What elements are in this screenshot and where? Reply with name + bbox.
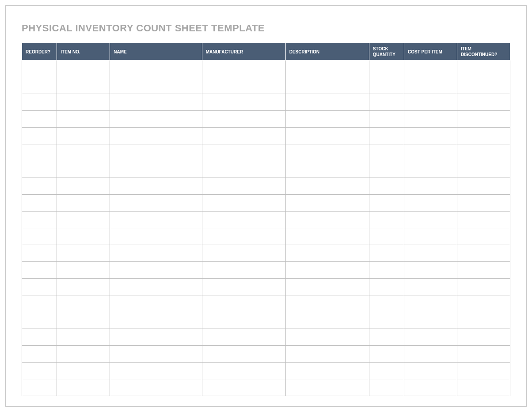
table-cell[interactable] <box>369 363 404 379</box>
table-cell[interactable] <box>57 262 110 279</box>
table-cell[interactable] <box>285 295 369 312</box>
table-cell[interactable] <box>110 228 202 245</box>
table-cell[interactable] <box>110 195 202 212</box>
table-cell[interactable] <box>22 128 57 144</box>
table-cell[interactable] <box>110 346 202 363</box>
table-cell[interactable] <box>369 262 404 279</box>
table-cell[interactable] <box>110 60 202 77</box>
table-cell[interactable] <box>57 312 110 329</box>
table-cell[interactable] <box>404 94 457 111</box>
table-cell[interactable] <box>110 295 202 312</box>
table-cell[interactable] <box>22 346 57 363</box>
table-cell[interactable] <box>110 312 202 329</box>
table-cell[interactable] <box>57 329 110 346</box>
table-cell[interactable] <box>285 228 369 245</box>
table-cell[interactable] <box>202 60 285 77</box>
table-cell[interactable] <box>457 363 510 379</box>
table-cell[interactable] <box>22 379 57 396</box>
table-cell[interactable] <box>285 379 369 396</box>
table-cell[interactable] <box>285 363 369 379</box>
table-cell[interactable] <box>457 312 510 329</box>
table-cell[interactable] <box>110 94 202 111</box>
table-cell[interactable] <box>285 346 369 363</box>
table-cell[interactable] <box>404 77 457 94</box>
table-cell[interactable] <box>202 111 285 128</box>
table-cell[interactable] <box>22 262 57 279</box>
table-cell[interactable] <box>285 262 369 279</box>
table-cell[interactable] <box>285 60 369 77</box>
table-cell[interactable] <box>369 312 404 329</box>
table-cell[interactable] <box>202 312 285 329</box>
table-cell[interactable] <box>369 228 404 245</box>
table-cell[interactable] <box>285 212 369 228</box>
table-cell[interactable] <box>22 212 57 228</box>
table-cell[interactable] <box>404 178 457 195</box>
table-cell[interactable] <box>369 60 404 77</box>
table-cell[interactable] <box>457 329 510 346</box>
table-cell[interactable] <box>22 329 57 346</box>
table-cell[interactable] <box>57 379 110 396</box>
table-cell[interactable] <box>457 245 510 262</box>
table-cell[interactable] <box>110 144 202 161</box>
table-cell[interactable] <box>202 379 285 396</box>
table-cell[interactable] <box>202 77 285 94</box>
table-cell[interactable] <box>202 228 285 245</box>
table-cell[interactable] <box>110 363 202 379</box>
table-cell[interactable] <box>202 178 285 195</box>
table-cell[interactable] <box>369 295 404 312</box>
table-cell[interactable] <box>57 178 110 195</box>
table-cell[interactable] <box>457 60 510 77</box>
table-cell[interactable] <box>369 144 404 161</box>
table-cell[interactable] <box>369 245 404 262</box>
table-cell[interactable] <box>110 379 202 396</box>
table-cell[interactable] <box>457 228 510 245</box>
table-cell[interactable] <box>22 77 57 94</box>
table-cell[interactable] <box>369 128 404 144</box>
table-cell[interactable] <box>22 111 57 128</box>
table-cell[interactable] <box>369 178 404 195</box>
table-cell[interactable] <box>285 144 369 161</box>
table-cell[interactable] <box>110 77 202 94</box>
table-cell[interactable] <box>457 295 510 312</box>
table-cell[interactable] <box>285 128 369 144</box>
table-cell[interactable] <box>369 195 404 212</box>
table-cell[interactable] <box>369 161 404 178</box>
table-cell[interactable] <box>404 295 457 312</box>
table-cell[interactable] <box>22 279 57 295</box>
table-cell[interactable] <box>457 94 510 111</box>
table-cell[interactable] <box>369 111 404 128</box>
table-cell[interactable] <box>404 195 457 212</box>
table-cell[interactable] <box>202 262 285 279</box>
table-cell[interactable] <box>457 279 510 295</box>
table-cell[interactable] <box>22 178 57 195</box>
table-cell[interactable] <box>202 295 285 312</box>
table-cell[interactable] <box>202 128 285 144</box>
table-cell[interactable] <box>57 346 110 363</box>
table-cell[interactable] <box>404 60 457 77</box>
table-cell[interactable] <box>110 279 202 295</box>
table-cell[interactable] <box>57 111 110 128</box>
table-cell[interactable] <box>369 94 404 111</box>
table-cell[interactable] <box>202 94 285 111</box>
table-cell[interactable] <box>404 161 457 178</box>
table-cell[interactable] <box>404 312 457 329</box>
table-cell[interactable] <box>22 245 57 262</box>
table-cell[interactable] <box>404 128 457 144</box>
table-cell[interactable] <box>404 279 457 295</box>
table-cell[interactable] <box>404 228 457 245</box>
table-cell[interactable] <box>57 363 110 379</box>
table-cell[interactable] <box>369 212 404 228</box>
table-cell[interactable] <box>404 329 457 346</box>
table-cell[interactable] <box>457 346 510 363</box>
table-cell[interactable] <box>404 363 457 379</box>
table-cell[interactable] <box>404 144 457 161</box>
table-cell[interactable] <box>404 379 457 396</box>
table-cell[interactable] <box>285 245 369 262</box>
table-cell[interactable] <box>22 228 57 245</box>
table-cell[interactable] <box>57 60 110 77</box>
table-cell[interactable] <box>57 245 110 262</box>
table-cell[interactable] <box>22 312 57 329</box>
table-cell[interactable] <box>202 329 285 346</box>
table-cell[interactable] <box>57 94 110 111</box>
table-cell[interactable] <box>22 363 57 379</box>
